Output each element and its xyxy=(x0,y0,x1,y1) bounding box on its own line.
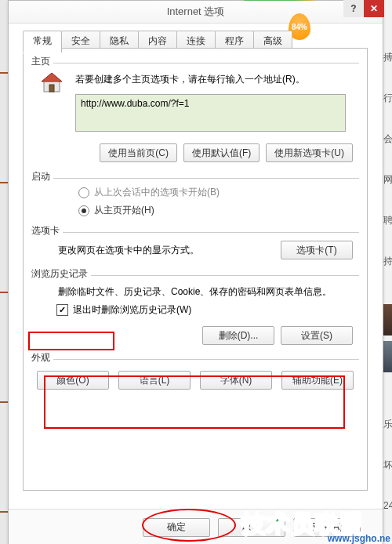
ok-button[interactable]: 确定 xyxy=(143,518,210,537)
tabs-desc: 更改网页在选项卡中的显示方式。 xyxy=(58,244,199,257)
use-current-button[interactable]: 使用当前页(C) xyxy=(100,143,177,162)
general-panel: 主页 若要创建多个主页选项卡，请在每行输入一个地址(R)。 使用当前页(C) 使… xyxy=(23,48,368,491)
watermark-sub: www.jsgho.ne xyxy=(328,533,390,544)
help-button[interactable]: ? xyxy=(343,0,364,17)
use-newtab-button[interactable]: 使用新选项卡(U) xyxy=(266,143,353,162)
startup-label: 启动 xyxy=(31,170,50,183)
window-title: Internet 选项 xyxy=(9,5,383,19)
homepage-intro: 若要创建多个主页选项卡，请在每行输入一个地址(R)。 xyxy=(75,73,346,86)
radio-off-icon xyxy=(78,187,89,198)
history-desc: 删除临时文件、历史记录、Cookie、保存的密码和网页表单信息。 xyxy=(24,281,367,300)
tabs-button[interactable]: 选项卡(T) xyxy=(281,241,353,259)
home-icon xyxy=(39,70,64,95)
delete-on-exit-label: 退出时删除浏览历史记录(W) xyxy=(73,303,191,317)
startup-last-label: 从上次会话中的选项卡开始(B) xyxy=(94,186,220,199)
homepage-label: 主页 xyxy=(31,55,50,68)
history-settings-button[interactable]: 设置(S) xyxy=(281,326,353,345)
tabs-label: 选项卡 xyxy=(31,224,60,238)
divider xyxy=(63,232,359,233)
divider xyxy=(91,275,359,276)
divider xyxy=(53,359,359,360)
divider xyxy=(53,63,359,63)
colors-button[interactable]: 颜色(O) xyxy=(37,371,109,390)
titlebar: Internet 选项 ? ✕ xyxy=(9,1,383,24)
background-left xyxy=(0,0,8,544)
background-text-right: 搏 行 会 网 聘 持 乐 坏 24 xyxy=(383,47,392,533)
delete-button[interactable]: 删除(D)... xyxy=(202,326,274,345)
use-default-button[interactable]: 使用默认值(F) xyxy=(183,143,260,162)
radio-on-icon xyxy=(78,205,89,216)
homepage-url-input[interactable] xyxy=(75,94,346,132)
divider xyxy=(53,178,359,179)
svg-rect-2 xyxy=(49,85,54,92)
startup-home-label: 从主页开始(H) xyxy=(94,204,154,217)
close-button[interactable]: ✕ xyxy=(364,0,384,17)
startup-homepage-radio[interactable]: 从主页开始(H) xyxy=(24,201,367,219)
language-button[interactable]: 语言(L) xyxy=(118,371,191,390)
cancel-button[interactable]: 取消 xyxy=(218,518,285,537)
startup-last-session-radio[interactable]: 从上次会话中的选项卡开始(B) xyxy=(24,183,367,201)
tab-general[interactable]: 常规 xyxy=(23,31,62,53)
checkbox-checked-icon xyxy=(56,304,68,316)
dialog-footer: 确定 取消 应用(A) xyxy=(9,509,383,544)
accessibility-button[interactable]: 辅助功能(E) xyxy=(281,371,354,390)
fonts-button[interactable]: 字体(N) xyxy=(200,371,272,390)
delete-on-exit-checkbox[interactable]: 退出时删除浏览历史记录(W) xyxy=(24,300,367,320)
history-label: 浏览历史记录 xyxy=(31,267,88,281)
appearance-label: 外观 xyxy=(31,351,50,364)
svg-marker-1 xyxy=(42,73,62,82)
internet-options-dialog: Internet 选项 ? ✕ 84% 常规 安全 隐私 内容 连接 程序 高级… xyxy=(8,0,383,544)
